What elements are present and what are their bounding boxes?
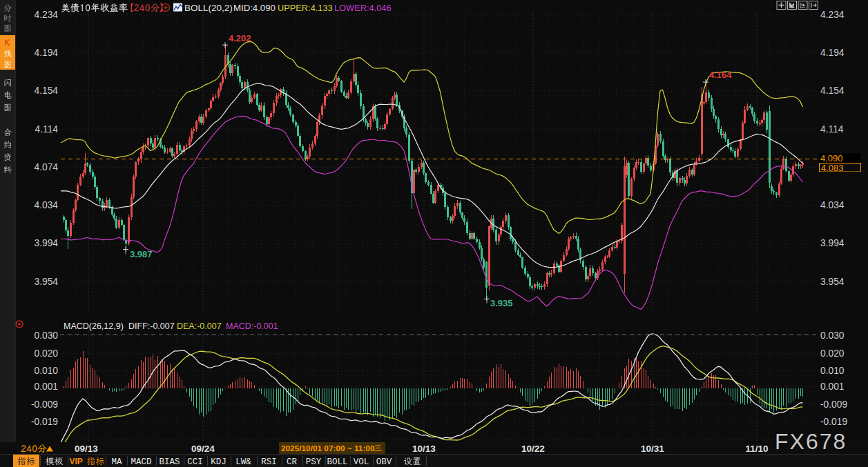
svg-text:2025/10/01 07:00 ~ 11:00: 2025/10/01 07:00 ~ 11:00: [281, 444, 375, 453]
svg-text:4.202: 4.202: [229, 33, 251, 43]
svg-text:0.001: 0.001: [820, 381, 845, 392]
svg-text:VOL: VOL: [354, 457, 369, 467]
svg-text:UPPER:4.133: UPPER:4.133: [278, 3, 333, 13]
svg-text:09/13: 09/13: [75, 444, 98, 454]
svg-text:4.234: 4.234: [820, 10, 845, 20]
svg-text:MA: MA: [111, 457, 122, 467]
svg-text:4.114: 4.114: [35, 124, 58, 135]
svg-text:11/10: 11/10: [745, 444, 768, 454]
svg-text:0.010: 0.010: [820, 366, 845, 376]
svg-text:4.034: 4.034: [34, 200, 58, 210]
svg-text:LW&: LW&: [235, 457, 251, 467]
svg-text:-0.019: -0.019: [820, 417, 847, 427]
svg-text:4.114: 4.114: [820, 124, 844, 135]
svg-text:MID:4.090: MID:4.090: [233, 3, 276, 13]
svg-text:3.994: 3.994: [34, 238, 58, 248]
svg-text:4.154: 4.154: [820, 86, 845, 96]
svg-text:VIP: VIP: [70, 457, 83, 466]
svg-text:PSY: PSY: [306, 457, 322, 467]
svg-text:CR: CR: [287, 457, 298, 467]
svg-text:10/13: 10/13: [412, 444, 436, 454]
svg-text:BOLL: BOLL: [327, 457, 347, 467]
svg-text:BIAS: BIAS: [159, 457, 180, 467]
svg-text:0.030: 0.030: [34, 330, 58, 341]
svg-text:3.954: 3.954: [820, 277, 845, 287]
svg-text:3.987: 3.987: [130, 249, 153, 259]
svg-text:RSI: RSI: [261, 457, 277, 467]
svg-text:0.020: 0.020: [34, 348, 58, 359]
svg-text:MACD:-0.001: MACD:-0.001: [226, 321, 278, 331]
svg-text:0.001: 0.001: [34, 381, 58, 392]
svg-text:4.194: 4.194: [820, 48, 845, 58]
svg-text:4.164: 4.164: [709, 70, 732, 80]
svg-text:MACD: MACD: [131, 457, 151, 467]
svg-text:DEA:-0.007: DEA:-0.007: [177, 321, 222, 331]
svg-text:-0.009: -0.009: [820, 399, 847, 410]
svg-text:4.154: 4.154: [34, 86, 58, 96]
svg-text:-0.019: -0.019: [31, 417, 58, 427]
svg-text:4.074: 4.074: [34, 162, 58, 172]
svg-text:3.935: 3.935: [490, 298, 513, 308]
svg-text:3.954: 3.954: [34, 277, 58, 287]
svg-text:0.020: 0.020: [820, 348, 845, 359]
svg-text:-0.009: -0.009: [31, 399, 58, 410]
svg-text:3.994: 3.994: [820, 238, 845, 248]
svg-text:10/31: 10/31: [641, 444, 664, 454]
svg-text:0.030: 0.030: [820, 330, 845, 341]
svg-text:0.010: 0.010: [34, 366, 58, 376]
svg-text:CCI: CCI: [187, 457, 203, 467]
svg-text:DIFF:-0.007: DIFF:-0.007: [128, 321, 175, 331]
svg-text:BOLL(20,2): BOLL(20,2): [184, 3, 233, 13]
svg-text:4.034: 4.034: [820, 200, 845, 210]
svg-text:LOWER:4.046: LOWER:4.046: [334, 3, 392, 13]
svg-text:MACD(26,12,9): MACD(26,12,9): [64, 321, 124, 331]
svg-text:10/22: 10/22: [521, 444, 545, 454]
svg-text:4.194: 4.194: [34, 48, 58, 58]
svg-text:KDJ: KDJ: [211, 457, 226, 467]
svg-text:FX678: FX678: [775, 429, 847, 454]
svg-text:4.234: 4.234: [34, 10, 58, 20]
svg-text:09/24: 09/24: [191, 444, 215, 454]
svg-text:OBV: OBV: [376, 457, 392, 467]
svg-text:4.090: 4.090: [820, 153, 843, 163]
